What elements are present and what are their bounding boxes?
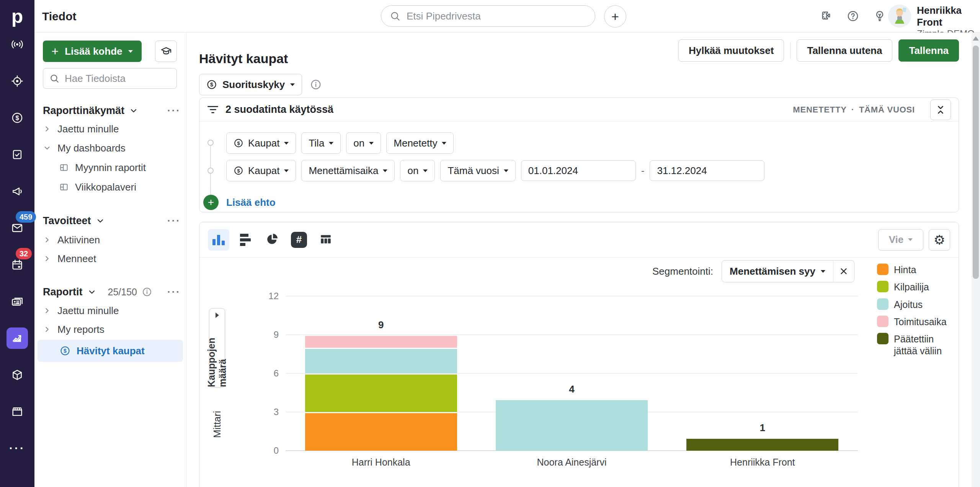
pill-label: Tila	[309, 137, 324, 149]
sidebar-item-shared-reports[interactable]: Jaettu minulle	[43, 303, 181, 318]
chart-type-pie-button[interactable]	[261, 229, 283, 251]
summary-status: MENETETTY	[793, 105, 846, 115]
info-icon[interactable]	[142, 287, 152, 297]
app-rail: p $ 459 32	[0, 0, 34, 487]
section-reports[interactable]: Raportit 25/150 ···	[43, 284, 181, 300]
chart-type-number-button[interactable]: #	[288, 229, 310, 251]
quick-add-button[interactable]: +	[604, 5, 626, 28]
filter-field-dropdown[interactable]: Menettämisaika	[301, 160, 395, 181]
info-icon[interactable]	[310, 78, 322, 91]
global-search[interactable]	[381, 5, 595, 27]
sidebar-item-my-reports[interactable]: My reports	[43, 322, 181, 337]
pipedrive-logo[interactable]: p	[0, 0, 34, 33]
sidebar-item-my-dashboards[interactable]: My dashboards	[43, 140, 181, 156]
sidebar-item-sales-reports[interactable]: Myynnin raportit	[43, 160, 181, 175]
filter-entity-dropdown[interactable]: $ Kaupat	[226, 160, 296, 181]
add-condition-button[interactable]: + Lisää ehto	[203, 195, 276, 210]
chevron-down-icon	[329, 142, 333, 145]
filter-entity-dropdown[interactable]: $ Kaupat	[226, 132, 296, 154]
discard-changes-button[interactable]: Hylkää muutokset	[678, 39, 784, 62]
scroll-up-arrow[interactable]	[973, 36, 979, 41]
section-goals[interactable]: Tavoitteet ···	[43, 213, 181, 228]
legend-item[interactable]: Ajoitus	[877, 298, 956, 311]
rail-item-more[interactable]: ···	[7, 438, 28, 459]
marketplace-apps-button[interactable]	[815, 5, 837, 27]
section-menu-button[interactable]: ···	[167, 105, 181, 117]
settings-button[interactable]: ⚙	[929, 229, 950, 251]
rail-item-contacts[interactable]	[7, 291, 28, 312]
section-menu-button[interactable]: ···	[167, 215, 181, 227]
sidebar-item-past-goals[interactable]: Menneet	[43, 251, 181, 266]
chevron-down-icon	[504, 169, 508, 172]
scrollbar[interactable]	[972, 33, 980, 487]
legend-label: Toimitusaika	[894, 316, 947, 328]
clear-segmentation-button[interactable]	[833, 261, 854, 282]
y-tick-label: 3	[274, 407, 279, 417]
broadcast-icon	[11, 38, 24, 51]
filter-period-dropdown[interactable]: Tämä vuosi	[440, 160, 515, 181]
rail-item-mail[interactable]: 459	[7, 217, 28, 239]
filter-operator-dropdown[interactable]: on	[346, 132, 381, 154]
legend-item[interactable]: Päätettiin jättää väliin	[877, 333, 956, 357]
legend-swatch	[877, 281, 889, 292]
segmentation-dropdown[interactable]: Menettämisen syy	[722, 265, 833, 277]
page-title: Hävityt kaupat	[199, 51, 288, 66]
bar-segment[interactable]	[305, 349, 457, 373]
rail-item-calendar[interactable]: 32	[7, 254, 28, 275]
filter-value-dropdown[interactable]: Menetetty	[386, 132, 454, 154]
legend-item[interactable]: Hinta	[877, 264, 956, 276]
item-label: Menneet	[57, 253, 96, 265]
filter-icon	[207, 106, 219, 113]
legend-item[interactable]: Kilpailija	[877, 281, 956, 293]
add-item-button[interactable]: + Lisää kohde	[43, 41, 142, 62]
bar-segment[interactable]	[305, 413, 457, 451]
sidebar-item-active-goals[interactable]: Aktiivinen	[43, 232, 181, 248]
chevron-right-icon	[43, 125, 51, 133]
section-menu-button[interactable]: ···	[167, 286, 181, 298]
rail-item-leads[interactable]	[7, 34, 28, 55]
whats-new-button[interactable]	[869, 5, 890, 27]
column-chart-icon	[212, 235, 225, 245]
rail-item-insights[interactable]	[7, 327, 28, 349]
filter-operator-dropdown[interactable]: on	[400, 160, 435, 181]
chart-plot: 0369129Harri Honkala4Noora Ainesjärvi1He…	[286, 296, 858, 451]
rail-item-campaigns[interactable]	[7, 181, 28, 202]
save-as-new-button[interactable]: Tallenna uutena	[797, 39, 892, 62]
rail-item-marketplace[interactable]	[7, 401, 28, 422]
sidebar-item-weekly-meeting[interactable]: Viikkopalaveri	[43, 179, 181, 195]
segmentation-control: Menettämisen syy	[722, 260, 854, 282]
rail-item-prospecting[interactable]	[7, 70, 28, 92]
lightbulb-icon	[873, 10, 886, 23]
export-button[interactable]: Vie	[878, 229, 923, 251]
sidebar-item-lost-deals[interactable]: $ Hävityt kaupat	[38, 340, 183, 362]
chart-type-bar-button[interactable]	[235, 229, 256, 251]
rail-item-deals[interactable]: $	[7, 107, 28, 129]
bar-segment[interactable]	[305, 375, 457, 412]
bar-segment[interactable]	[686, 439, 838, 451]
sidebar-item-shared-dashboards[interactable]: Jaettu minulle	[43, 121, 181, 137]
sidebar-search-input[interactable]	[64, 72, 170, 85]
metric-selector[interactable]: $ Suorituskyky	[199, 74, 302, 95]
pie-chart-icon	[266, 233, 279, 247]
bar-segment[interactable]	[305, 336, 457, 348]
bar-total-label: 9	[305, 319, 457, 331]
filter-field-dropdown[interactable]: Tila	[301, 132, 341, 154]
collapse-filters-button[interactable]	[930, 99, 951, 120]
chart-type-column-button[interactable]	[208, 229, 229, 251]
help-button[interactable]	[842, 5, 864, 27]
date-from-field[interactable]	[521, 160, 636, 181]
save-button[interactable]: Tallenna	[898, 39, 959, 62]
bar-segment[interactable]	[496, 400, 648, 451]
sidebar-search[interactable]	[43, 68, 177, 89]
section-dashboards[interactable]: Raporttinäkymät ···	[43, 103, 181, 118]
avatar[interactable]	[888, 5, 911, 28]
chart-type-table-button[interactable]	[315, 229, 336, 251]
rail-item-activities[interactable]	[7, 144, 28, 165]
y-axis-handle[interactable]: Kauppojen määrä	[209, 308, 225, 388]
legend-item[interactable]: Toimitusaika	[877, 316, 956, 328]
scrollbar-thumb[interactable]	[973, 46, 979, 279]
learning-button[interactable]	[155, 41, 177, 62]
rail-item-products[interactable]	[7, 364, 28, 386]
global-search-input[interactable]	[406, 10, 586, 23]
date-to-field[interactable]	[650, 160, 764, 181]
